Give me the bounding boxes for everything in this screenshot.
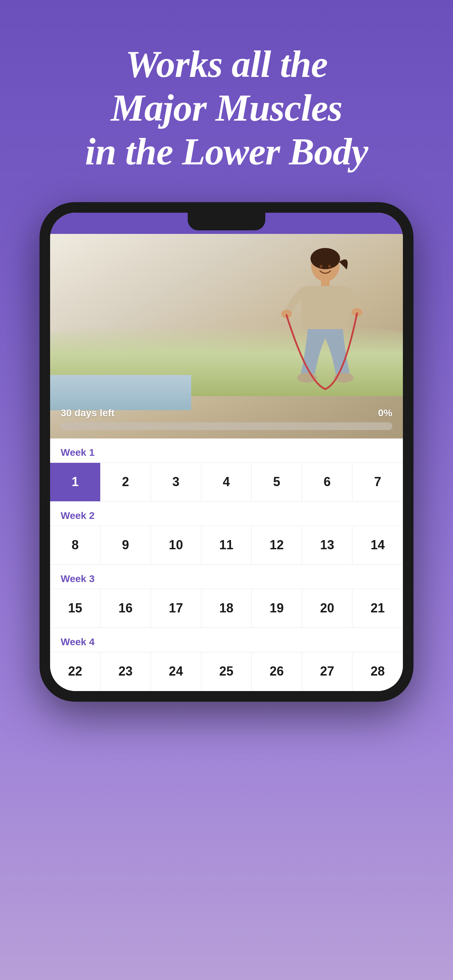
day-cell[interactable]: 11 [202,526,252,565]
week-2-group: Week 2 8 9 10 11 12 13 14 [50,502,403,565]
day-cell[interactable]: 19 [251,589,302,628]
day-cell[interactable]: 16 [100,589,151,628]
phone-frame: 30 days left 0% Week 1 1 [40,202,413,702]
day-cell[interactable]: 17 [151,589,202,628]
days-left-label: 30 days left [61,407,114,419]
week-4-label: Week 4 [50,628,403,652]
app-hero-image: 30 days left 0% [50,234,403,439]
week-4-group: Week 4 22 23 24 25 26 27 28 [50,628,403,691]
person-svg [255,248,368,396]
day-cell[interactable]: 18 [202,589,252,628]
day-cell[interactable]: 3 [151,463,202,502]
phone-wrapper: 30 days left 0% Week 1 1 [0,202,453,702]
week-2-label: Week 2 [50,502,403,526]
day-cell[interactable]: 15 [50,589,100,628]
calendar-section: Week 1 1 2 3 4 5 6 7 Week 2 [50,439,403,691]
day-cell[interactable]: 9 [100,526,151,565]
week-1-label: Week 1 [50,439,403,463]
hero-title: Works all the Major Muscles in the Lower… [21,42,432,174]
day-cell[interactable]: 14 [353,526,403,565]
day-cell[interactable]: 20 [302,589,353,628]
phone-screen: 30 days left 0% Week 1 1 [50,213,403,691]
day-cell[interactable]: 22 [50,652,100,691]
day-cell[interactable]: 7 [353,463,403,502]
day-cell[interactable]: 21 [353,589,403,628]
day-cell[interactable]: 12 [251,526,302,565]
progress-track [61,422,392,430]
week-4-grid: 22 23 24 25 26 27 28 [50,652,403,691]
day-cell[interactable]: 27 [302,652,353,691]
progress-section: 30 days left 0% [50,402,403,439]
day-cell[interactable]: 4 [202,463,252,502]
day-cell[interactable]: 5 [251,463,302,502]
svg-point-7 [319,265,323,268]
week-3-group: Week 3 15 16 17 18 19 20 21 [50,565,403,628]
day-cell[interactable]: 23 [100,652,151,691]
day-cell[interactable]: 8 [50,526,100,565]
day-cell[interactable]: 25 [202,652,252,691]
week-1-grid: 1 2 3 4 5 6 7 [50,463,403,502]
svg-point-1 [310,248,340,269]
page-root: Works all the Major Muscles in the Lower… [0,0,453,702]
week-1-group: Week 1 1 2 3 4 5 6 7 [50,439,403,502]
week-2-grid: 8 9 10 11 12 13 14 [50,526,403,565]
hero-section: Works all the Major Muscles in the Lower… [0,0,453,202]
day-cell[interactable]: 26 [251,652,302,691]
day-cell[interactable]: 13 [302,526,353,565]
day-cell[interactable]: 1 [50,463,100,502]
day-cell[interactable]: 24 [151,652,202,691]
day-cell[interactable]: 2 [100,463,151,502]
svg-point-8 [328,265,331,268]
day-cell[interactable]: 6 [302,463,353,502]
person-figure [255,248,368,396]
day-cell[interactable]: 28 [353,652,403,691]
week-3-grid: 15 16 17 18 19 20 21 [50,589,403,628]
phone-notch [188,213,265,231]
week-3-label: Week 3 [50,565,403,589]
day-cell[interactable]: 10 [151,526,202,565]
progress-labels: 30 days left 0% [61,407,392,419]
percent-label: 0% [378,407,392,419]
